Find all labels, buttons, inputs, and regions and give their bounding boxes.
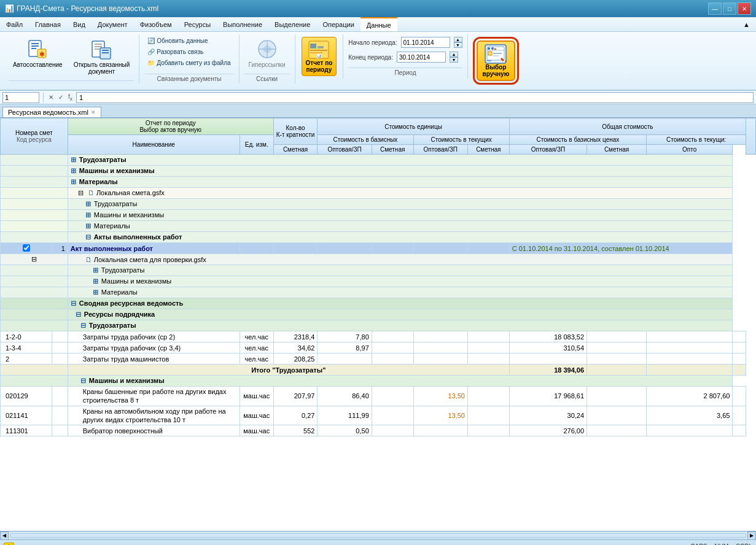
table-row: ⊞ Материалы	[1, 221, 756, 232]
cancel-formula-icon[interactable]: ✕	[47, 94, 55, 101]
row-base-opt	[372, 331, 413, 342]
row-code	[1, 276, 68, 287]
header-estimate-numbers: Номера сметКод ресурса	[1, 118, 68, 155]
menu-execution[interactable]: Выполнение	[217, 17, 268, 31]
svg-rect-18	[318, 46, 324, 48]
period-start-row: Начало периода: ▲ ▼	[348, 37, 462, 48]
period-start-up[interactable]: ▲	[454, 37, 462, 42]
row-ctotal-smet	[647, 342, 733, 354]
ribbon-group3-label: Ссылки	[244, 74, 290, 82]
hyperlinks-button[interactable]: Гиперссылки	[244, 36, 290, 71]
ribbon-group2-content: 🔄 Обновить данные 🔗 Разорвать связь 📁 До…	[144, 36, 233, 72]
period-start-down[interactable]: ▼	[454, 42, 462, 48]
period-start-label: Начало периода:	[348, 39, 397, 46]
scroll-left-button[interactable]: ◀	[0, 531, 9, 540]
row-name-cell: Затраты труда рабочих (ср 3,4)	[68, 342, 240, 354]
act-checkbox[interactable]	[23, 244, 30, 252]
row-base-opt	[372, 387, 413, 406]
table-container[interactable]: Номера сметКод ресурса Отчет по периодуВ…	[0, 118, 756, 531]
menu-resources[interactable]: Ресурсы	[178, 17, 217, 31]
header-curr-total: Стоимость в текущи:	[647, 135, 746, 145]
svg-text:✱: ✱	[39, 51, 45, 58]
add-estimate-button[interactable]: 📁 Добавить смету из файла	[144, 58, 233, 68]
menu-physobj[interactable]: Физобъем	[134, 17, 178, 31]
row-code	[1, 309, 68, 320]
menu-document[interactable]: Документ	[92, 17, 134, 31]
formula-input[interactable]	[76, 92, 754, 103]
app-title: ГРАНД-Смета - Ресурсная ведомость.xml	[17, 4, 158, 13]
header-base-price: Стоимость в базисных	[318, 135, 413, 145]
header-scroll	[746, 118, 756, 155]
table-row: ⊞ Машины и механизмы	[1, 276, 756, 287]
period-end-spin[interactable]: ▲ ▼	[450, 52, 458, 63]
horizontal-scrollbar[interactable]: ◀ ▶	[0, 531, 756, 539]
row-btotal-smet: 17 968,61	[509, 387, 586, 406]
svg-rect-11	[102, 50, 109, 51]
svg-rect-1	[31, 43, 39, 44]
row-name: ⊞ Материалы	[68, 221, 733, 232]
row-btotal-opt	[587, 387, 647, 406]
menu-view[interactable]: Вид	[67, 17, 92, 31]
confirm-formula-icon[interactable]: ✓	[57, 94, 64, 101]
row-code-cell: 020129	[1, 387, 52, 406]
row-curr-smet	[413, 354, 467, 365]
report-period-button[interactable]: 📊 Отчет по периоду	[302, 37, 337, 76]
svg-rect-9	[95, 48, 99, 50]
row-ctotal-opt	[733, 354, 746, 365]
open-linked-label: Открыть связанныйдокумент	[74, 61, 130, 75]
table-row: ⊞ Материалы	[1, 177, 756, 188]
row-unit: чел.час	[240, 331, 273, 342]
header-total-cost: Общая стоимость	[509, 118, 746, 135]
period-start-input[interactable]	[401, 37, 450, 48]
period-group-label: Период	[348, 68, 462, 76]
close-button[interactable]: ✕	[738, 2, 751, 15]
act-checkbox-cell[interactable]	[1, 243, 52, 254]
row-ctotal-smet: 3,65	[647, 406, 733, 425]
period-end-input[interactable]	[397, 52, 446, 63]
row-unit: чел.час	[240, 342, 273, 354]
header-base-opt: Оптовая/ЗП	[318, 145, 372, 155]
row-qty: 207,97	[273, 387, 318, 406]
row-curr-smet: 13,50	[413, 387, 467, 406]
svg-rect-3	[31, 48, 36, 49]
row-qty: 34,62	[273, 342, 318, 354]
row-code	[1, 166, 68, 177]
open-linked-button[interactable]: Открыть связанныйдокумент	[69, 36, 134, 77]
total-empty2	[647, 365, 733, 376]
act-unit	[240, 243, 273, 254]
maximize-button[interactable]: □	[723, 2, 736, 15]
row-code	[1, 376, 68, 387]
svg-point-28	[488, 47, 490, 50]
tab-close-icon[interactable]: ✕	[91, 109, 96, 115]
menu-operations[interactable]: Операции	[316, 17, 360, 31]
row-code	[1, 298, 68, 309]
menu-home[interactable]: Главная	[29, 17, 67, 31]
row-base-opt	[372, 354, 413, 365]
svg-rect-17	[310, 44, 316, 48]
header-qty: Кол-воК-т кратности	[273, 118, 318, 145]
autocompose-button[interactable]: ✱ Автосоставление	[9, 36, 67, 71]
period-end-up[interactable]: ▲	[450, 52, 458, 57]
scroll-right-button[interactable]: ▶	[747, 531, 756, 540]
header-curr-smet: Сметная	[372, 145, 413, 155]
update-data-button[interactable]: 🔄 Обновить данные	[144, 36, 233, 46]
row-code	[1, 221, 68, 232]
menu-expand[interactable]: ▲	[737, 17, 756, 31]
ribbon-group3-content: Гиперссылки	[244, 36, 290, 72]
break-link-button[interactable]: 🔗 Разорвать связь	[144, 47, 233, 57]
row-ctotal-opt	[733, 406, 746, 425]
table-row: 021141 Краны на автомобильном ходу при р…	[1, 406, 756, 425]
menu-selection[interactable]: Выделение	[268, 17, 316, 31]
select-manual-button[interactable]: ✓ Выбор вручную	[477, 41, 516, 81]
row-ctotal-smet	[647, 331, 733, 342]
name-box[interactable]	[2, 92, 39, 103]
period-start-spin[interactable]: ▲ ▼	[454, 37, 462, 48]
table-row: ⊟ 🗋 Локальная смета для проверки.gsfx	[1, 254, 756, 265]
minimize-button[interactable]: —	[708, 2, 722, 15]
menu-data[interactable]: Данные	[360, 17, 397, 31]
insert-function-icon[interactable]: fx	[67, 93, 74, 102]
row-btotal-smet: 30,24	[509, 406, 586, 425]
sheet-tab-main[interactable]: Ресурсная ведомость.xml ✕	[2, 107, 101, 117]
menu-file[interactable]: Файл	[0, 17, 29, 31]
period-end-down[interactable]: ▼	[450, 57, 458, 63]
